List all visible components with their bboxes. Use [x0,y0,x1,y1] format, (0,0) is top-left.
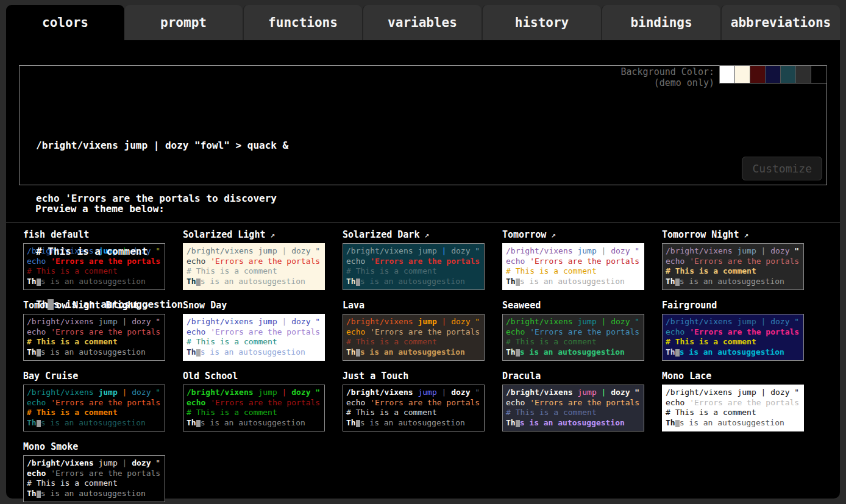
theme-name: Just a Touch [343,371,408,382]
tab-prompt[interactable]: prompt [124,5,243,40]
tile-line-command: /bright/vixens jump | dozy " [666,388,800,398]
external-link-icon[interactable]: ↗ [546,230,556,240]
tile-line-command: /bright/vixens jump | dozy " [506,317,641,327]
token-comment: # This is a comment [187,408,277,417]
token-th: Th [187,418,196,427]
token-jump: jump [418,317,436,326]
tile-line-string: echo 'Errors are the portals [187,398,321,408]
tile-line-autosuggestion: Ths is an autosuggestion [666,418,800,428]
token-string: 'Errors are the portals [51,469,160,478]
token-jump: jump [577,246,596,255]
token-auto: s is an autosuggestion [520,277,625,286]
background-swatch-2[interactable] [735,66,750,83]
token-comment: # This is a comment [666,408,756,417]
token-path: /bright/vixens [506,388,573,397]
token-pipe: | [602,317,606,326]
token-comment: # This is a comment [346,266,437,275]
tab-history[interactable]: history [482,5,601,40]
token-jump: jump [577,388,596,397]
tab-colors[interactable]: colors [6,5,124,40]
theme-cell-solarized-dark: Solarized Dark ↗/bright/vixens jump | do… [343,229,485,290]
content-panel: Background Color: (demo only) /bright/vi… [6,40,840,499]
tab-bindings[interactable]: bindings [601,5,720,40]
token-dozy: dozy [611,388,630,397]
theme-title: Solarized Dark ↗ [343,229,485,243]
token-echo: echo [666,327,684,336]
theme-preview-tile-fairground[interactable]: /bright/vixens jump | dozy "echo 'Errors… [662,314,804,361]
token-auto: s is an autosuggestion [41,418,146,427]
theme-preview-tile-mono-lace[interactable]: /bright/vixens jump | dozy "echo 'Errors… [662,385,804,431]
theme-title: Mono Lace [662,371,804,385]
theme-preview-tile-solarized-dark[interactable]: /bright/vixens jump | dozy "echo 'Errors… [343,243,485,290]
background-swatch-strip [719,65,827,83]
theme-preview-tile-lava[interactable]: /bright/vixens jump | dozy "echo 'Errors… [343,314,485,361]
theme-preview-tile-seaweed[interactable]: /bright/vixens jump | dozy "echo 'Errors… [502,314,644,361]
background-swatch-7[interactable] [811,66,826,83]
token-dozy: dozy [611,317,630,326]
token-string: 'Errors are the portals [370,257,480,266]
theme-title: Tomorrow Night ↗ [662,229,804,243]
token-th: Th [27,277,37,286]
token-pipe: | [282,388,287,397]
tile-line-command: /bright/vixens jump | dozy " [346,388,481,398]
token-pipe: | [442,246,447,255]
tab-variables[interactable]: variables [362,5,482,40]
theme-preview-tile-dracula[interactable]: /bright/vixens jump | dozy "echo 'Errors… [502,385,644,431]
terminal-line-string: echo 'Errors are the portals to discover… [36,190,288,207]
tab-abbreviations[interactable]: abbreviations [720,5,840,40]
customize-button[interactable]: Customize [742,157,822,180]
external-link-icon[interactable]: ↗ [739,230,748,240]
token-jump: jump [98,458,117,467]
cursor-block [37,420,41,427]
autosuggestion-prefix: Th [36,299,48,310]
tile-line-autosuggestion: Ths is an autosuggestion [506,418,641,428]
theme-title: Lava [343,300,485,314]
theme-name: Dracula [502,371,541,382]
token-quote: " [634,388,639,397]
theme-cell-lava: Lava/bright/vixens jump | dozy "echo 'Er… [343,300,485,361]
tile-line-autosuggestion: Ths is an autosuggestion [666,277,800,287]
token-th: Th [666,277,675,286]
theme-preview-tile-old-school[interactable]: /bright/vixens jump | dozy "echo 'Errors… [183,385,325,431]
token-path: /bright/vixens [506,246,573,255]
token-path: /bright/vixens [666,317,733,326]
theme-preview-tile-just-a-touch[interactable]: /bright/vixens jump | dozy "echo 'Errors… [343,385,485,431]
token-dozy: dozy [451,246,470,255]
tile-line-autosuggestion: Ths is an autosuggestion [27,489,162,499]
token-comment: # This is a comment [506,337,597,346]
cursor-block [675,349,680,357]
tile-line-comment: # This is a comment [506,337,641,347]
background-swatch-4[interactable] [766,66,781,83]
token-th: Th [346,277,356,286]
theme-preview-tile-tomorrow-night[interactable]: /bright/vixens jump | dozy "echo 'Errors… [662,243,804,290]
background-swatch-6[interactable] [796,66,811,83]
token-dozy: dozy [132,388,151,397]
token-th: Th [666,418,675,427]
cursor-block [48,299,54,310]
token-path: /bright/vixens [346,317,413,326]
tile-line-comment: # This is a comment [27,408,162,418]
background-swatch-3[interactable] [750,66,766,83]
token-quote: " [634,246,639,255]
theme-cell-old-school: Old School/bright/vixens jump | dozy "ec… [183,371,325,431]
token-path: /bright/vixens [187,388,254,397]
tile-line-string: echo 'Errors are the portals [666,398,800,408]
background-swatch-5[interactable] [781,66,796,83]
terminal-line-autosuggestion: Ths is an autosuggestion [36,296,288,313]
token-path: /bright/vixens [27,458,94,467]
theme-preview-tile-tomorrow[interactable]: /bright/vixens jump | dozy "echo 'Errors… [502,243,644,290]
tab-functions[interactable]: functions [243,5,362,40]
theme-preview-tile-mono-smoke[interactable]: /bright/vixens jump | dozy "echo 'Errors… [23,455,165,502]
background-color-label-line1: Background Color: [620,66,714,77]
tile-line-command: /bright/vixens jump | dozy " [27,388,162,398]
token-string: 'Errors are the portals [370,327,480,336]
theme-preview-tile-bay-cruise[interactable]: /bright/vixens jump | dozy "echo 'Errors… [23,385,165,431]
background-swatch-1[interactable] [720,66,735,83]
external-link-icon[interactable]: ↗ [419,230,429,240]
token-echo: echo [187,398,205,407]
tile-line-string: echo 'Errors are the portals [506,398,641,408]
token-quote: " [794,388,799,397]
token-echo: echo [666,257,684,266]
token-string: 'Errors are the portals [370,398,480,407]
token-comment: # This is a comment [346,337,437,346]
